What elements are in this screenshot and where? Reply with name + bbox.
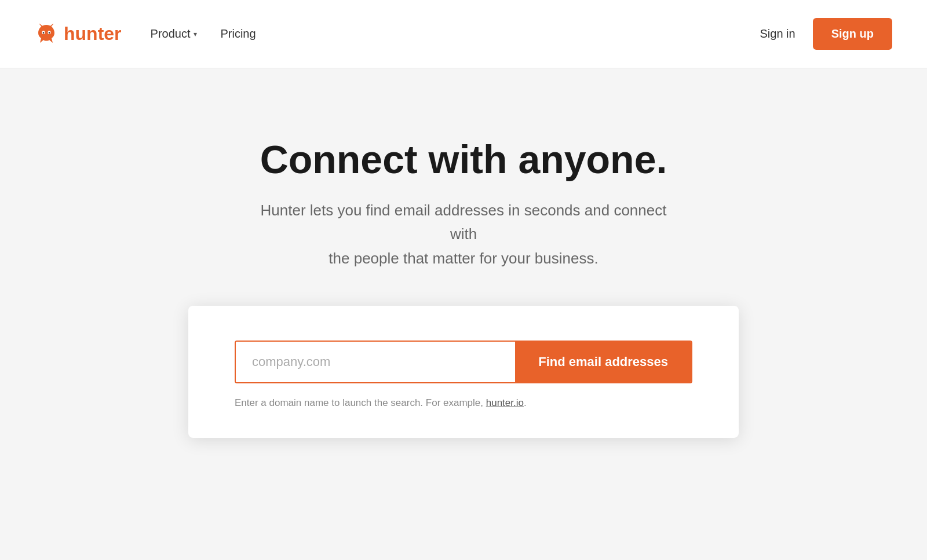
navbar-right: Sign in Sign up (760, 18, 892, 50)
chevron-down-icon: ▾ (194, 30, 197, 38)
find-emails-button[interactable]: Find email addresses (515, 342, 691, 382)
search-hint-link[interactable]: hunter.io (486, 397, 524, 408)
sign-in-link[interactable]: Sign in (760, 27, 795, 41)
svg-point-2 (43, 32, 44, 34)
hero-subtitle-text: Hunter lets you find email addresses in … (261, 202, 667, 267)
search-hint-text: Enter a domain name to launch the search… (235, 397, 483, 408)
logo-link[interactable]: hunter (35, 23, 122, 46)
search-card: Find email addresses Enter a domain name… (188, 306, 739, 438)
sign-up-button[interactable]: Sign up (813, 18, 892, 50)
hero-subtitle: Hunter lets you find email addresses in … (255, 199, 672, 271)
logo-text: hunter (64, 23, 122, 45)
search-hint-period: . (524, 397, 527, 408)
logo-icon (35, 23, 58, 46)
navbar-left: hunter Product ▾ Pricing (35, 23, 760, 46)
hero-section: Connect with anyone. Hunter lets you fin… (0, 68, 927, 484)
search-hint-link-text: hunter.io (486, 397, 524, 408)
sign-in-label: Sign in (760, 27, 795, 40)
nav-pricing-label: Pricing (220, 27, 256, 41)
nav-pricing-link[interactable]: Pricing (220, 27, 256, 41)
nav-links: Product ▾ Pricing (151, 27, 256, 41)
hero-title: Connect with anyone. (260, 138, 667, 181)
search-hint: Enter a domain name to launch the search… (235, 397, 692, 409)
search-form: Find email addresses (235, 341, 692, 383)
svg-point-3 (49, 32, 50, 34)
nav-product-label: Product (151, 27, 191, 41)
navbar: hunter Product ▾ Pricing Sign in Sign up (0, 0, 927, 68)
nav-product-link[interactable]: Product ▾ (151, 27, 198, 41)
domain-search-input[interactable] (236, 342, 515, 382)
